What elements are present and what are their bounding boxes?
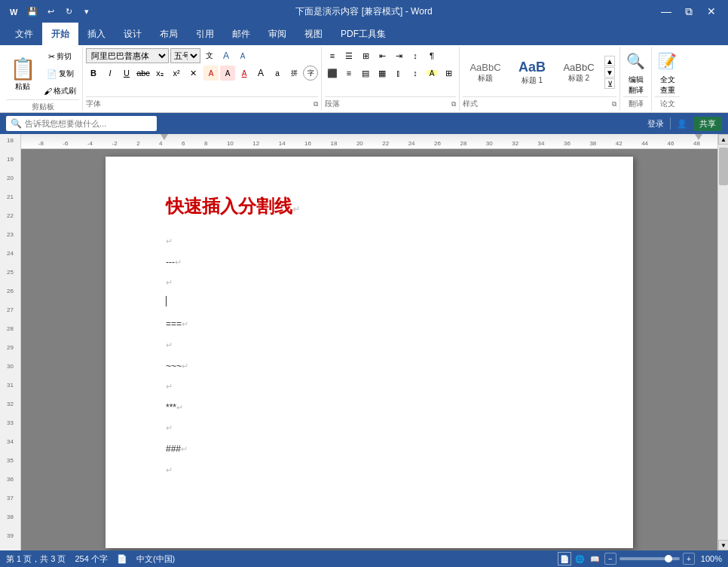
tab-references[interactable]: 引用 <box>187 23 223 45</box>
scroll-down-button[interactable]: ▼ <box>718 540 728 550</box>
paragraph-group: ≡ ☰ ⊞ ⇤ ⇥ ↕ ¶ ⬛ ≡ ▤ ▦ ⫿ ↕ A ⊞ <box>322 47 460 111</box>
undo-button[interactable]: ↩ <box>42 3 59 20</box>
font-name-select[interactable]: 阿里巴巴普惠体 <box>86 48 169 63</box>
zoom-in-button[interactable]: + <box>683 553 695 565</box>
ruler-num-27: 27 <box>7 306 14 313</box>
sign-in-button[interactable]: 登录 <box>647 118 664 130</box>
font-size-small-button[interactable]: a <box>270 66 285 81</box>
sort-button[interactable]: ↕ <box>408 48 423 63</box>
translate-button[interactable]: 编辑翻译 <box>629 75 644 96</box>
wen-icon[interactable]: 文 <box>202 48 217 63</box>
style-heading2[interactable]: AaBbC 标题 2 <box>556 60 601 85</box>
font-dialog-launcher[interactable]: ⧉ <box>314 100 318 108</box>
clear-format-button[interactable]: ✕ <box>185 66 200 81</box>
multilevel-list-button[interactable]: ⊞ <box>358 48 373 63</box>
find-button[interactable]: 🔍 <box>623 49 648 73</box>
customize-qa-button[interactable]: ▾ <box>78 3 95 20</box>
fulltext-check-button[interactable]: 全文查重 <box>660 75 675 96</box>
style-title-label: 标题 <box>467 73 503 84</box>
unordered-list-button[interactable]: ≡ <box>325 48 340 63</box>
paste-button[interactable]: 📋 粘贴 <box>6 48 39 99</box>
font-size-down-button[interactable]: A <box>235 48 250 63</box>
search-icon: 🔍 <box>626 52 645 70</box>
redo-button[interactable]: ↻ <box>60 3 77 20</box>
doc-cursor-line[interactable] <box>166 296 580 312</box>
align-right-button[interactable]: ▤ <box>358 66 373 81</box>
tilde-text: ~~~ <box>166 361 182 371</box>
web-view-button[interactable]: 🌐 <box>573 552 586 565</box>
bold-button[interactable]: B <box>86 66 101 81</box>
tab-file[interactable]: 文件 <box>6 23 42 45</box>
style-title[interactable]: AaBbC 标题 <box>463 60 508 85</box>
styles-down-arrow[interactable]: ▼ <box>604 67 615 78</box>
doc-line-7: ↵ <box>166 379 580 395</box>
close-button[interactable]: ✕ <box>701 0 722 23</box>
align-center-button[interactable]: ≡ <box>341 66 356 81</box>
share-button[interactable]: 共享 <box>693 117 722 131</box>
align-left-button[interactable]: ⬛ <box>325 66 340 81</box>
border-button[interactable]: ⊞ <box>441 66 456 81</box>
tab-pdf-tools[interactable]: PDF工具集 <box>332 23 395 45</box>
para-mark-7: ↵ <box>166 382 173 391</box>
highlight-button[interactable]: A <box>220 66 235 81</box>
main-area: 18 19 20 21 22 23 24 25 26 27 28 29 30 3… <box>0 134 728 550</box>
ruler-num-23: 23 <box>7 231 14 238</box>
ordered-list-button[interactable]: ☰ <box>341 48 356 63</box>
font-color-button[interactable]: A <box>237 66 252 81</box>
increase-indent-button[interactable]: ⇥ <box>391 48 406 63</box>
ribbon: 文件 开始 插入 设计 布局 引用 邮件 审阅 视图 PDF工具集 📋 粘贴 ✂… <box>0 23 728 134</box>
style-title-preview: AaBbC <box>467 62 503 73</box>
shading-button[interactable]: A <box>424 66 439 81</box>
tab-review[interactable]: 审阅 <box>259 23 295 45</box>
scroll-up-button[interactable]: ▲ <box>718 134 728 145</box>
ruler-num-24: 24 <box>7 250 14 257</box>
paragraph-dialog-launcher[interactable]: ⧉ <box>451 100 456 108</box>
scrollbar-thumb[interactable] <box>719 148 728 185</box>
tab-layout[interactable]: 布局 <box>151 23 187 45</box>
text-effect-button[interactable]: A <box>203 66 219 81</box>
status-left: 第 1 页，共 3 页 254 个字 📄 中文(中国) <box>6 553 175 565</box>
cut-button[interactable]: ✂ 剪切 <box>41 48 79 65</box>
underline-button[interactable]: U <box>119 66 134 81</box>
hash-text: ### <box>166 444 181 454</box>
tab-mailings[interactable]: 邮件 <box>223 23 259 45</box>
style-heading1[interactable]: AaB 标题 1 <box>509 58 555 87</box>
show-marks-button[interactable]: ¶ <box>424 48 439 63</box>
styles-expand-arrow[interactable]: ⊻ <box>604 78 615 89</box>
justify-button[interactable]: ▦ <box>375 66 390 81</box>
columns-button[interactable]: ⫿ <box>391 66 406 81</box>
font-size-button2[interactable]: A <box>253 66 268 81</box>
line-spacing-button[interactable]: ↕ <box>408 66 423 81</box>
tab-insert[interactable]: 插入 <box>78 23 115 45</box>
restore-button[interactable]: ⧉ <box>678 0 699 23</box>
read-view-button[interactable]: 📖 <box>588 552 601 565</box>
ruler-num-26: 26 <box>7 288 14 294</box>
font-size-select[interactable]: 五号 <box>170 48 200 63</box>
ruler-num-18: 18 <box>7 137 14 144</box>
tab-home[interactable]: 开始 <box>42 23 78 45</box>
styles-dialog-launcher[interactable]: ⧉ <box>612 100 616 108</box>
search-input[interactable] <box>25 119 145 128</box>
tab-view[interactable]: 视图 <box>295 23 332 45</box>
superscript-button[interactable]: x² <box>169 66 184 81</box>
print-view-button[interactable]: 📄 <box>558 552 571 565</box>
encircle-button[interactable]: 字 <box>303 66 318 81</box>
doc-scroll-area[interactable]: 快速插入分割线↵ ↵ ---↵ ↵ <box>21 149 717 550</box>
zoom-slider[interactable] <box>619 557 680 560</box>
pinyin-button[interactable]: 拼 <box>286 66 301 81</box>
minimize-button[interactable]: — <box>656 0 677 23</box>
paper-check-button[interactable]: 📝 <box>655 49 680 73</box>
para-mark-9: ↵ <box>166 423 173 432</box>
decrease-indent-button[interactable]: ⇤ <box>375 48 390 63</box>
subscript-button[interactable]: x₂ <box>152 66 167 81</box>
save-button[interactable]: 💾 <box>24 3 41 20</box>
zoom-out-button[interactable]: − <box>604 553 616 565</box>
font-size-up-button[interactable]: A <box>219 48 234 63</box>
styles-up-arrow[interactable]: ▲ <box>604 56 615 66</box>
format-painter-button[interactable]: 🖌 格式刷 <box>41 83 79 99</box>
copy-button[interactable]: 📄 复制 <box>41 66 79 82</box>
italic-button[interactable]: I <box>102 66 118 81</box>
tab-design[interactable]: 设计 <box>115 23 151 45</box>
doc-line-9: ↵ <box>166 420 580 437</box>
strikethrough-button[interactable]: abc <box>136 66 151 81</box>
